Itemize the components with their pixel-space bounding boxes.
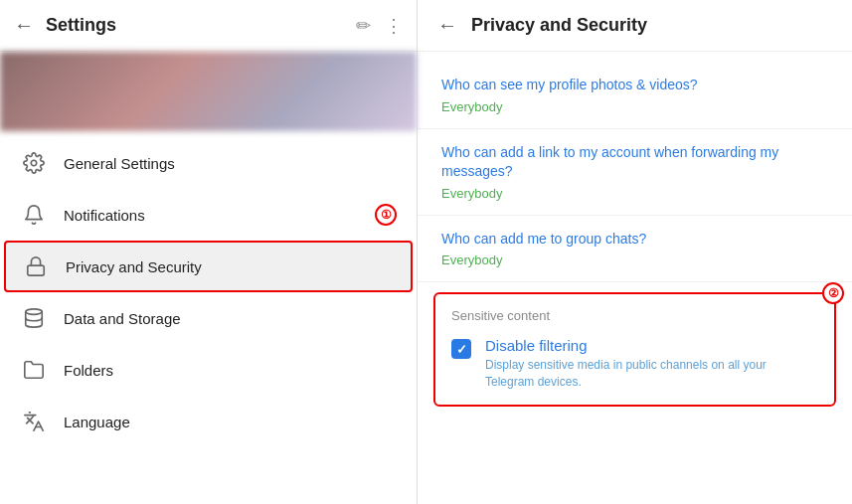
sidebar-item-general-label: General Settings [64, 155, 175, 172]
edit-icon[interactable]: ✏ [356, 15, 371, 37]
notifications-badge: ① [375, 204, 397, 226]
setting-question-forwarding: Who can add a link to my account when fo… [441, 143, 828, 182]
setting-answer-forwarding: Everybody [441, 186, 828, 201]
more-options-icon[interactable]: ⋮ [385, 15, 403, 37]
sidebar-item-general[interactable]: General Settings [0, 137, 417, 189]
sidebar-item-language-label: Language [64, 414, 130, 430]
sidebar-item-language[interactable]: Language [0, 396, 417, 447]
sidebar-item-privacy-label: Privacy and Security [66, 258, 202, 275]
sidebar-item-data-label: Data and Storage [64, 310, 181, 327]
sidebar-item-notifications[interactable]: Notifications ① [0, 189, 417, 241]
setting-question-groups: Who can add me to group chats? [441, 230, 828, 250]
svg-rect-1 [28, 265, 45, 275]
right-panel-title: Privacy and Security [471, 15, 647, 36]
right-back-button[interactable]: ← [437, 14, 457, 37]
sensitive-text: Disable filtering Display sensitive medi… [485, 337, 818, 391]
folder-icon [20, 356, 48, 384]
lock-icon [22, 252, 50, 280]
left-panel-title: Settings [46, 15, 342, 36]
setting-answer-photos: Everybody [441, 99, 828, 114]
sidebar-item-privacy[interactable]: Privacy and Security [4, 241, 413, 292]
database-icon [20, 304, 48, 332]
disable-filtering-desc: Display sensitive media in public channe… [485, 357, 818, 391]
svg-point-2 [26, 309, 43, 315]
right-panel: ← Privacy and Security Who can see my pr… [418, 0, 852, 504]
sidebar-item-data[interactable]: Data and Storage [0, 292, 417, 344]
setting-row-photos[interactable]: Who can see my profile photos & videos? … [418, 62, 852, 129]
profile-banner [0, 52, 417, 131]
right-content: Who can see my profile photos & videos? … [418, 52, 852, 504]
setting-row-forwarding[interactable]: Who can add a link to my account when fo… [418, 129, 852, 216]
bell-icon [20, 201, 48, 229]
checkbox-checked-icon[interactable] [451, 339, 471, 359]
left-panel: ← Settings ✏ ⋮ General Settings [0, 0, 418, 504]
translate-icon [20, 408, 48, 435]
gear-icon [20, 149, 48, 177]
setting-row-groups[interactable]: Who can add me to group chats? Everybody [418, 216, 852, 283]
left-back-button[interactable]: ← [14, 14, 34, 37]
disable-filtering-checkbox[interactable] [451, 339, 471, 359]
svg-point-0 [31, 160, 37, 166]
step-badge-2: ② [822, 282, 844, 304]
sensitive-row: Disable filtering Display sensitive medi… [451, 337, 818, 391]
right-header: ← Privacy and Security [418, 0, 852, 52]
sensitive-title: Sensitive content [451, 308, 818, 323]
sidebar-item-folders[interactable]: Folders [0, 344, 417, 396]
sidebar-item-notifications-label: Notifications [64, 207, 145, 224]
left-header: ← Settings ✏ ⋮ [0, 0, 417, 52]
disable-filtering-label: Disable filtering [485, 337, 818, 354]
setting-question-photos: Who can see my profile photos & videos? [441, 76, 828, 95]
sidebar-item-folders-label: Folders [64, 362, 113, 379]
nav-list: General Settings Notifications ① Privacy… [0, 131, 417, 504]
sensitive-content-section: Sensitive content Disable filtering Disp… [433, 292, 836, 407]
setting-answer-groups: Everybody [441, 252, 828, 267]
